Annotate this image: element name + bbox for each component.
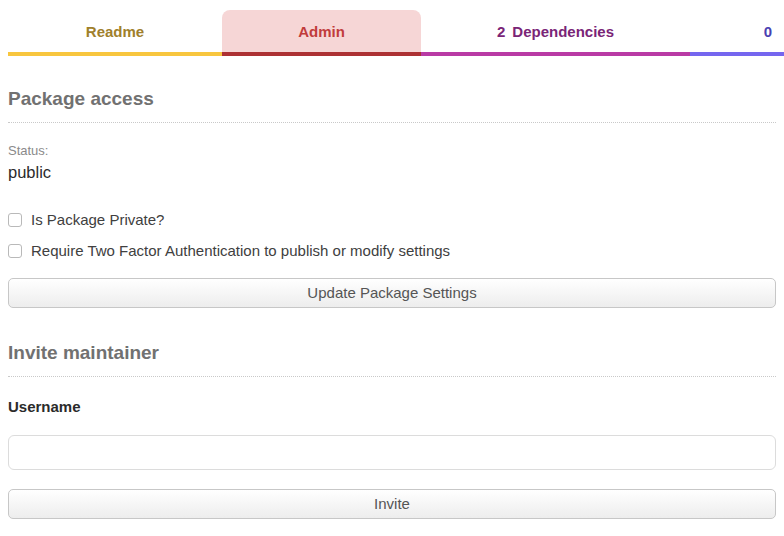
- is-package-private-label: Is Package Private?: [31, 211, 164, 229]
- tab-dependents[interactable]: 0: [690, 10, 784, 56]
- tab-dependencies-label: Dependencies: [512, 23, 614, 40]
- invite-button[interactable]: Invite: [8, 489, 776, 519]
- private-checkbox-row: Is Package Private?: [8, 211, 776, 229]
- username-label: Username: [8, 399, 776, 415]
- package-tabbar: Readme Admin 2 Dependencies 0: [0, 0, 784, 56]
- update-package-settings-button[interactable]: Update Package Settings: [8, 278, 776, 308]
- tab-dependencies[interactable]: 2 Dependencies: [421, 10, 690, 56]
- tab-dependents-count: 0: [764, 23, 772, 40]
- require-2fa-checkbox[interactable]: [8, 244, 22, 258]
- two-factor-checkbox-row: Require Two Factor Authentication to pub…: [8, 242, 776, 260]
- status-label: Status:: [8, 143, 776, 159]
- package-access-title: Package access: [8, 56, 776, 123]
- tab-admin[interactable]: Admin: [222, 10, 421, 56]
- tab-readme-label: Readme: [86, 23, 144, 40]
- invite-maintainer-title: Invite maintainer: [8, 308, 776, 377]
- admin-panel: Package access Status: public Is Package…: [0, 56, 784, 519]
- tab-admin-label: Admin: [298, 23, 345, 40]
- status-value: public: [8, 161, 776, 183]
- username-input[interactable]: [8, 435, 776, 470]
- tab-readme[interactable]: Readme: [8, 10, 222, 56]
- package-status-block: Status: public: [8, 143, 776, 183]
- require-2fa-label: Require Two Factor Authentication to pub…: [31, 242, 450, 260]
- is-package-private-checkbox[interactable]: [8, 213, 22, 227]
- tab-dependencies-count: 2: [497, 23, 505, 40]
